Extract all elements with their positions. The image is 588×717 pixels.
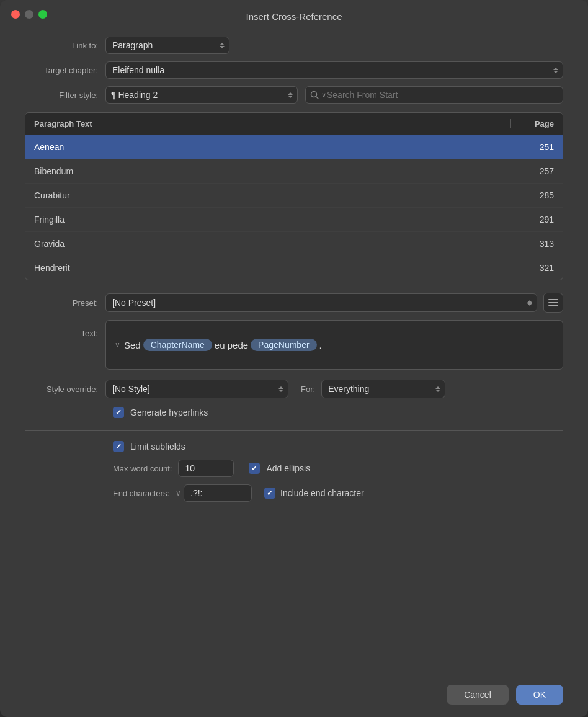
text-static-1: Sed bbox=[124, 340, 141, 350]
target-chapter-row: Target chapter: Eleifend nulla bbox=[25, 61, 563, 79]
for-select[interactable]: Everything bbox=[321, 380, 445, 398]
row-text: Curabitur bbox=[34, 190, 510, 200]
table-header: Paragraph Text Page bbox=[25, 113, 563, 135]
divider bbox=[25, 430, 563, 431]
preset-select-wrapper: [No Preset] bbox=[105, 293, 537, 312]
end-characters-row: End characters: ∨ ✓ Include end characte… bbox=[25, 484, 563, 502]
for-label: For: bbox=[301, 385, 315, 394]
row-page: 285 bbox=[510, 190, 554, 200]
table-row[interactable]: Hendrerit 321 bbox=[25, 256, 563, 280]
style-override-row: Style override: [No Style] For: Everythi… bbox=[25, 380, 563, 398]
text-static-2: eu pede bbox=[215, 340, 248, 350]
style-override-select-wrapper: [No Style] bbox=[105, 380, 288, 398]
style-override-label: Style override: bbox=[25, 385, 105, 394]
dialog: Insert Cross-Reference Link to: Paragrap… bbox=[0, 0, 588, 717]
row-text: Hendrerit bbox=[34, 263, 510, 273]
checkmark-icon: ✓ bbox=[251, 464, 257, 473]
limit-subfields-row: ✓ Limit subfields bbox=[25, 441, 563, 452]
end-characters-select-wrap: ∨ bbox=[176, 484, 252, 502]
col-paragraph-text: Paragraph Text bbox=[34, 119, 510, 128]
buttons-row: Cancel OK bbox=[0, 679, 588, 717]
filter-style-label: Filter style: bbox=[25, 91, 105, 100]
row-text: Bibendum bbox=[34, 166, 510, 176]
table-row[interactable]: Aenean 251 bbox=[25, 135, 563, 159]
target-chapter-label: Target chapter: bbox=[25, 66, 105, 75]
include-end-character-label: Include end character bbox=[280, 488, 364, 498]
menu-icon[interactable] bbox=[543, 293, 563, 313]
limit-subfields-label: Limit subfields bbox=[130, 442, 185, 452]
link-to-row: Link to: Paragraph bbox=[25, 37, 563, 54]
table-row[interactable]: Curabitur 285 bbox=[25, 184, 563, 208]
checkmark-icon: ✓ bbox=[115, 408, 122, 417]
row-page: 321 bbox=[510, 263, 554, 273]
search-icon: ∨ bbox=[310, 91, 326, 99]
generate-hyperlinks-label: Generate hyperlinks bbox=[130, 407, 208, 417]
row-page: 291 bbox=[510, 215, 554, 225]
max-word-count-input[interactable] bbox=[178, 460, 234, 477]
row-page: 257 bbox=[510, 166, 554, 176]
end-characters-label: End characters: bbox=[113, 489, 169, 498]
end-characters-input[interactable] bbox=[184, 484, 252, 502]
title-bar: Insert Cross-Reference bbox=[0, 0, 588, 30]
add-ellipsis-label: Add ellipsis bbox=[266, 463, 310, 473]
generate-hyperlinks-row: ✓ Generate hyperlinks bbox=[25, 407, 563, 418]
filter-style-select-wrapper: ¶ Heading 2 bbox=[105, 86, 298, 104]
link-to-select-wrapper: Paragraph bbox=[105, 37, 229, 54]
checkmark-icon: ✓ bbox=[115, 442, 122, 451]
add-ellipsis-row: ✓ Add ellipsis bbox=[249, 463, 310, 474]
search-input[interactable] bbox=[305, 86, 563, 104]
dialog-title: Insert Cross-Reference bbox=[246, 11, 342, 22]
limit-subfields-checkbox[interactable]: ✓ bbox=[113, 441, 124, 452]
col-page: Page bbox=[510, 119, 554, 128]
include-end-character-checkbox[interactable]: ✓ bbox=[264, 488, 275, 499]
row-text: Fringilla bbox=[34, 215, 510, 225]
minimize-button[interactable] bbox=[25, 10, 33, 19]
table-row[interactable]: Bibendum 257 bbox=[25, 159, 563, 184]
max-word-count-row: Max word count: ✓ Add ellipsis bbox=[25, 460, 563, 477]
paragraph-table: Paragraph Text Page Aenean 251 Bibendum … bbox=[25, 112, 563, 280]
preset-row: Preset: [No Preset] bbox=[25, 293, 563, 313]
row-page: 251 bbox=[510, 142, 554, 152]
max-word-count-input-wrap bbox=[178, 460, 234, 477]
link-to-select[interactable]: Paragraph bbox=[105, 37, 229, 54]
for-select-wrapper: Everything bbox=[321, 380, 445, 398]
cancel-button[interactable]: Cancel bbox=[447, 685, 509, 705]
text-row: Text: ∨ Sed ChapterName eu pede PageNumb… bbox=[25, 320, 563, 370]
text-label: Text: bbox=[25, 320, 105, 338]
style-override-select[interactable]: [No Style] bbox=[105, 380, 288, 398]
checkmark-icon: ✓ bbox=[267, 489, 273, 497]
include-end-character-row: ✓ Include end character bbox=[264, 488, 364, 499]
search-box: ∨ bbox=[305, 86, 563, 104]
target-chapter-select[interactable]: Eleifend nulla bbox=[105, 61, 563, 79]
close-button[interactable] bbox=[11, 10, 20, 19]
table-row[interactable]: Gravida 313 bbox=[25, 232, 563, 256]
table-row[interactable]: Fringilla 291 bbox=[25, 208, 563, 232]
traffic-lights bbox=[11, 10, 47, 19]
link-to-label: Link to: bbox=[25, 41, 105, 50]
filter-style-select[interactable]: ¶ Heading 2 bbox=[105, 86, 298, 104]
maximize-button[interactable] bbox=[38, 10, 47, 19]
row-page: 313 bbox=[510, 239, 554, 249]
filter-style-row: Filter style: ¶ Heading 2 ∨ bbox=[25, 86, 563, 104]
dialog-body: Link to: Paragraph Target chapter: Eleif… bbox=[0, 30, 588, 679]
generate-hyperlinks-checkbox[interactable]: ✓ bbox=[113, 407, 124, 418]
text-token-chapter-name[interactable]: ChapterName bbox=[143, 339, 212, 351]
ok-button[interactable]: OK bbox=[516, 685, 563, 705]
text-static-3: . bbox=[319, 340, 322, 350]
preset-label: Preset: bbox=[25, 298, 105, 308]
text-chevron-icon: ∨ bbox=[115, 341, 120, 349]
target-chapter-select-wrapper: Eleifend nulla bbox=[105, 61, 563, 79]
svg-line-1 bbox=[316, 97, 319, 99]
add-ellipsis-checkbox[interactable]: ✓ bbox=[249, 463, 260, 474]
row-text: Aenean bbox=[34, 142, 510, 152]
text-editor[interactable]: ∨ Sed ChapterName eu pede PageNumber . bbox=[105, 320, 563, 370]
end-char-dropdown-icon: ∨ bbox=[176, 489, 181, 497]
text-token-page-number[interactable]: PageNumber bbox=[251, 339, 317, 351]
max-word-count-label: Max word count: bbox=[113, 464, 172, 473]
row-text: Gravida bbox=[34, 239, 510, 249]
preset-select[interactable]: [No Preset] bbox=[105, 293, 537, 312]
